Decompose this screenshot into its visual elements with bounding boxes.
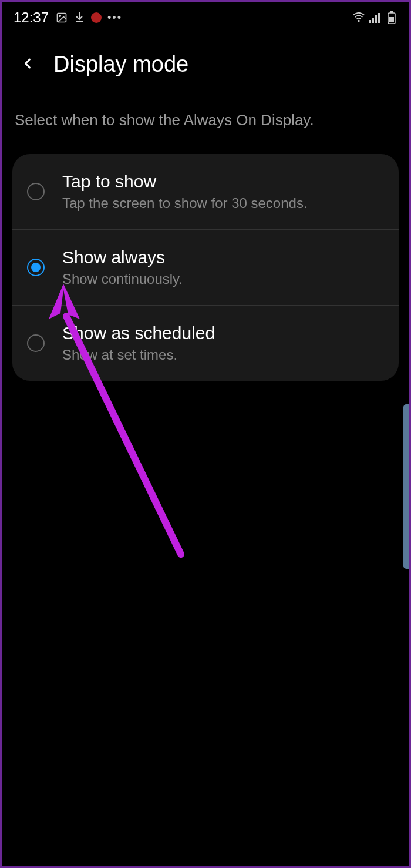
wifi-icon — [353, 12, 365, 24]
svg-rect-5 — [375, 15, 377, 23]
svg-point-2 — [358, 20, 360, 22]
notification-badge-icon — [91, 12, 102, 23]
radio-icon — [27, 183, 45, 200]
option-show-always[interactable]: Show always Show continuously. — [12, 230, 399, 306]
status-bar: 12:37 ••• — [2, 2, 409, 31]
options-card: Tap to show Tap the screen to show for 3… — [12, 154, 399, 381]
page-title: Display mode — [53, 52, 188, 77]
svg-point-1 — [59, 15, 61, 16]
svg-rect-8 — [390, 11, 393, 13]
svg-rect-9 — [389, 17, 394, 22]
option-title: Show always — [62, 247, 384, 267]
status-time: 12:37 — [14, 9, 49, 26]
option-text: Tap to show Tap the screen to show for 3… — [62, 172, 384, 212]
option-text: Show as scheduled Show at set times. — [62, 323, 384, 363]
header: Display mode — [2, 31, 409, 89]
option-subtitle: Tap the screen to show for 30 seconds. — [62, 195, 384, 212]
more-icon: ••• — [107, 12, 122, 24]
svg-rect-3 — [369, 20, 371, 23]
image-icon — [56, 12, 68, 24]
battery-icon — [386, 12, 397, 24]
status-left: 12:37 ••• — [14, 9, 122, 26]
option-subtitle: Show continuously. — [62, 271, 384, 287]
svg-rect-6 — [378, 13, 380, 23]
page-description: Select when to show the Always On Displa… — [2, 89, 409, 154]
radio-icon — [27, 334, 45, 352]
status-right — [353, 12, 397, 24]
radio-icon-selected — [27, 259, 45, 276]
option-title: Tap to show — [62, 172, 384, 192]
option-tap-to-show[interactable]: Tap to show Tap the screen to show for 3… — [12, 154, 399, 230]
download-icon — [73, 12, 85, 24]
signal-icon — [369, 12, 381, 24]
option-subtitle: Show at set times. — [62, 347, 384, 363]
svg-rect-4 — [372, 18, 374, 23]
status-icons-left: ••• — [56, 12, 122, 24]
scroll-indicator[interactable] — [403, 404, 409, 569]
back-icon[interactable] — [19, 55, 36, 74]
option-text: Show always Show continuously. — [62, 247, 384, 287]
option-title: Show as scheduled — [62, 323, 384, 343]
option-show-scheduled[interactable]: Show as scheduled Show at set times. — [12, 306, 399, 381]
